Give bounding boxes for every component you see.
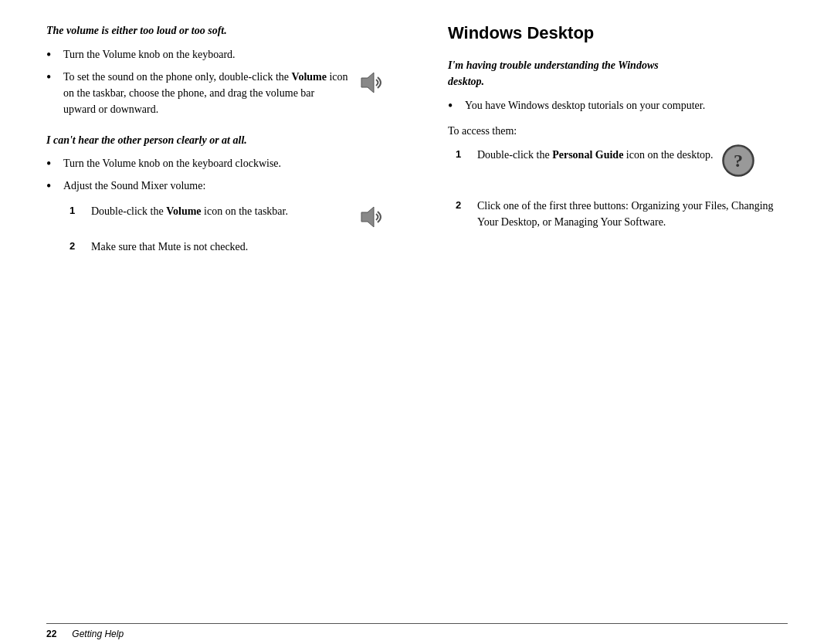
bullet-item-volume-icon: • To set the sound on the phone only, do…	[46, 69, 386, 117]
page-container: The volume is either too loud or too sof…	[0, 0, 834, 644]
bullet-text-clockwise: Turn the Volume knob on the keyboard clo…	[63, 155, 386, 171]
bold-volume: Volume	[292, 71, 327, 83]
left-column: The volume is either too loud or too sof…	[46, 23, 402, 615]
bullet-dot-icon: •	[46, 179, 59, 193]
right-numbered-list: 1 Double-click the Personal Guide icon o…	[448, 147, 788, 230]
section-volume-loud-soft: The volume is either too loud or too sof…	[46, 23, 386, 117]
section2-title: I can't hear the other person clearly or…	[46, 133, 386, 148]
bullet-dot-icon: •	[46, 157, 59, 171]
num-label-1: 1	[70, 203, 85, 219]
bullet-dot-icon: •	[46, 48, 59, 62]
numbered-item-1: 1 Double-click the Volume icon on the ta…	[70, 203, 386, 231]
num-text-r1: Double-click the Personal Guide icon on …	[477, 147, 714, 163]
numbered-item-2: 2 Make sure that Mute is not checked.	[70, 239, 386, 255]
section-cant-hear: I can't hear the other person clearly or…	[46, 133, 386, 256]
num-text-1: Double-click the Volume icon on the task…	[91, 203, 349, 219]
bold-volume-2: Volume	[166, 205, 201, 217]
bullet-text-mixer: Adjust the Sound Mixer volume:	[63, 178, 386, 194]
section1-bullets: • Turn the Volume knob on the keyboard. …	[46, 46, 386, 117]
double-click-row: 1 Double-click the Personal Guide icon o…	[456, 147, 755, 182]
speaker-icon-1	[357, 69, 386, 97]
num-label-2: 2	[70, 239, 85, 254]
right-numbered-item-1: 1 Double-click the Personal Guide icon o…	[456, 147, 788, 190]
sub-heading-line2: desktop.	[448, 76, 484, 87]
svg-text:?: ?	[734, 151, 743, 171]
right-numbered-item-2: 2 Click one of the first three buttons: …	[456, 198, 788, 230]
section1-title: The volume is either too loud or too sof…	[46, 23, 386, 39]
help-icon: ?	[721, 144, 755, 182]
footer-page-number: 22	[46, 629, 56, 639]
footer-bar: 22 Getting Help	[46, 623, 788, 644]
bullet-dot-icon: •	[448, 99, 460, 113]
right-bullet-text: You have Windows desktop tutorials on yo…	[465, 97, 788, 114]
content-area: The volume is either too loud or too sof…	[46, 23, 788, 615]
num-text-r2: Click one of the first three buttons: Or…	[477, 198, 788, 230]
bullet-text-volume: To set the sound on the phone only, doub…	[63, 69, 349, 117]
bullet-dot-icon: •	[46, 70, 59, 84]
bullet-item-clockwise: • Turn the Volume knob on the keyboard c…	[46, 155, 386, 171]
speaker-icon-2	[357, 203, 386, 231]
right-bullets: • You have Windows desktop tutorials on …	[448, 97, 788, 114]
bullet-item-mixer: • Adjust the Sound Mixer volume:	[46, 178, 386, 194]
sub-heading-line1: I'm having trouble understanding the Win…	[448, 59, 659, 71]
windows-desktop-heading: Windows Desktop	[448, 23, 788, 43]
bullet-text: Turn the Volume knob on the keyboard.	[63, 46, 386, 63]
to-access-text: To access them:	[448, 123, 788, 139]
right-section-top: Windows Desktop I'm having trouble under…	[448, 23, 788, 230]
footer-label: Getting Help	[72, 629, 124, 639]
num-text-2: Make sure that Mute is not checked.	[91, 239, 386, 255]
section2-numbered: 1 Double-click the Volume icon on the ta…	[46, 203, 386, 255]
right-column: Windows Desktop I'm having trouble under…	[432, 23, 788, 615]
bold-personal-guide: Personal Guide	[552, 149, 623, 161]
num-label-r1: 1	[456, 147, 471, 162]
section2-bullets: • Turn the Volume knob on the keyboard c…	[46, 155, 386, 194]
svg-marker-1	[361, 207, 374, 227]
sub-heading-trouble: I'm having trouble understanding the Win…	[448, 57, 788, 90]
svg-marker-0	[361, 73, 374, 93]
num-label-r2: 2	[456, 198, 471, 213]
bullet-item: • Turn the Volume knob on the keyboard.	[46, 46, 386, 63]
right-bullet-item: • You have Windows desktop tutorials on …	[448, 97, 788, 114]
